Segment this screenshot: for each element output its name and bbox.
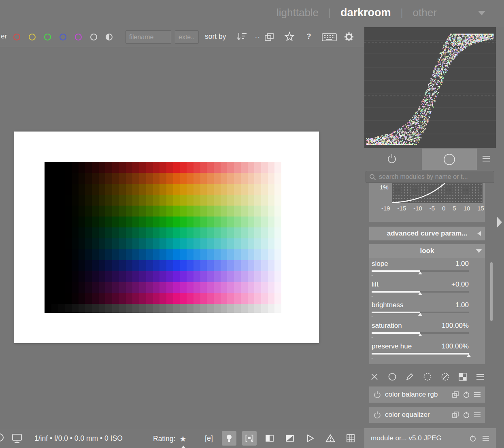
slider-marker[interactable]: [418, 292, 422, 295]
blending-options-menu-icon[interactable]: [475, 372, 485, 381]
duplicate-instance-icon[interactable]: [452, 411, 459, 418]
color-label-green[interactable]: [44, 34, 51, 40]
snapshot-play-toggle[interactable]: [303, 431, 317, 446]
iso12646-lamp-toggle[interactable]: [222, 431, 236, 446]
module-presets-icon[interactable]: [474, 391, 481, 398]
preferences-gear-icon[interactable]: [344, 32, 354, 42]
slider-lift[interactable]: lift+0.00: [372, 280, 469, 301]
sigmoid-curve-module[interactable]: 1% -19-15-10-5051015: [369, 183, 485, 222]
slider-value: 1.00: [455, 260, 469, 268]
rating-caret-icon: [181, 446, 185, 448]
edited-image[interactable]: [14, 132, 319, 343]
filename-filter-input[interactable]: [125, 30, 171, 44]
look-section-header[interactable]: look: [369, 244, 485, 258]
module-group-active-tab[interactable]: [422, 149, 477, 170]
slider-marker[interactable]: [418, 272, 422, 274]
darktable-window: lighttable | darkroom | other er sort by…: [0, 0, 504, 448]
slider-track[interactable]: [372, 291, 469, 293]
color-label-gray[interactable]: [90, 34, 97, 40]
module-order-bar[interactable]: module or... v5.0 JPEG: [364, 428, 496, 448]
reset-icon[interactable]: [469, 435, 476, 442]
collapsed-module-list: color balance rgb color equalizer: [369, 386, 485, 423]
clipping-preview-toggle[interactable]: [283, 431, 297, 446]
slider-preserve-hue[interactable]: preserve hue100.00%: [372, 342, 469, 363]
module-power-icon[interactable]: [373, 391, 381, 399]
color-label-red[interactable]: [13, 34, 20, 40]
rating-control[interactable]: Rating: ★: [153, 434, 187, 443]
reset-icon[interactable]: [463, 391, 470, 398]
split-square-icon: [285, 433, 295, 443]
sort-by-label: sort by: [205, 32, 226, 41]
duplicate-instance-icon[interactable]: [452, 391, 459, 398]
slider-track[interactable]: [372, 353, 469, 355]
slider-track[interactable]: [372, 312, 469, 313]
chart-hue-row: [45, 227, 288, 238]
axis-tick: -15: [398, 205, 406, 212]
module-search-input[interactable]: [379, 173, 491, 180]
drawn-mask-icon[interactable]: [404, 372, 415, 382]
slider-saturation[interactable]: saturation100.00%: [372, 322, 469, 342]
help-icon[interactable]: ?: [306, 32, 311, 41]
display-profile-icon[interactable]: [11, 433, 23, 444]
raw-overexposure-toggle[interactable]: [e]: [202, 431, 216, 446]
panel-scrollbar-thumb[interactable]: [490, 262, 493, 321]
slider-label: slope: [372, 260, 388, 268]
gamut-check-toggle[interactable]: [262, 431, 277, 446]
presets-menu-icon[interactable]: [482, 155, 491, 163]
tab-darkroom[interactable]: darkroom: [340, 6, 391, 19]
star-rating-icon[interactable]: [284, 31, 295, 42]
active-modules-icon[interactable]: [387, 153, 397, 164]
color-label-toggle[interactable]: [106, 34, 113, 40]
module-search[interactable]: [366, 171, 494, 183]
tab-separator: |: [401, 7, 403, 18]
expanded-arrow-icon: [476, 249, 482, 253]
curve-axis-ticks: -19-15-10-5051015: [381, 205, 484, 212]
grip-dots-icon[interactable]: ..: [255, 32, 260, 40]
reset-icon[interactable]: [463, 411, 470, 418]
parametric-mask-icon[interactable]: [422, 372, 433, 382]
module-power-icon[interactable]: [373, 411, 381, 419]
keyboard-shortcuts-icon[interactable]: [322, 33, 337, 42]
blend-mask-toolbar: [369, 369, 485, 384]
tab-other[interactable]: other: [413, 6, 437, 19]
duplicates-icon[interactable]: [264, 32, 274, 42]
color-label-purple[interactable]: [75, 34, 82, 40]
module-row[interactable]: color balance rgb: [369, 386, 485, 403]
module-presets-icon[interactable]: [474, 412, 481, 418]
module-order-presets-icon[interactable]: [482, 435, 489, 442]
color-label-yellow[interactable]: [29, 34, 36, 40]
slider-marker[interactable]: [418, 313, 422, 316]
look-header-label: look: [420, 247, 434, 255]
slider-marker[interactable]: [418, 333, 422, 336]
blend-uniform-icon[interactable]: [387, 372, 398, 382]
warning-icon: [325, 433, 336, 443]
guides-toggle[interactable]: [343, 431, 358, 446]
advanced-curve-params-header[interactable]: advanced curve param...: [369, 227, 485, 240]
panel-collapse-arrow[interactable]: [497, 217, 502, 227]
extension-filter-input[interactable]: [175, 30, 199, 44]
slider-track[interactable]: [372, 332, 469, 334]
tab-lighttable[interactable]: lighttable: [276, 6, 319, 19]
grid-guides-icon: [346, 433, 355, 443]
color-label-blue[interactable]: [60, 34, 66, 40]
slider-track[interactable]: [372, 270, 469, 272]
module-order-label: module or... v5.0 JPEG: [371, 434, 464, 442]
views-dropdown-icon[interactable]: [478, 11, 485, 15]
tone-curve-plot[interactable]: [392, 183, 483, 203]
clipped-filter-label: er: [1, 32, 7, 40]
filter-toolbar: er sort by .. ?: [0, 27, 364, 47]
warning-toggle[interactable]: [323, 431, 338, 446]
sort-order-icon[interactable]: [236, 32, 247, 42]
raster-mask-icon[interactable]: [457, 372, 468, 382]
waveform-scope[interactable]: [364, 27, 496, 148]
slider-marker[interactable]: [467, 354, 471, 357]
module-row[interactable]: color equalizer: [369, 407, 485, 423]
slider-slope[interactable]: slope1.00: [372, 260, 469, 280]
softproof-toggle[interactable]: [242, 431, 257, 446]
slider-brightness[interactable]: brightness1.00: [372, 301, 469, 322]
blend-off-icon[interactable]: [369, 372, 380, 382]
rating-star-icon[interactable]: ★: [179, 434, 186, 443]
drawn-parametric-mask-icon[interactable]: [440, 372, 451, 382]
look-sliders: slope1.00lift+0.00brightness1.00saturati…: [369, 258, 485, 364]
collapsed-arrow-icon: [477, 231, 481, 236]
